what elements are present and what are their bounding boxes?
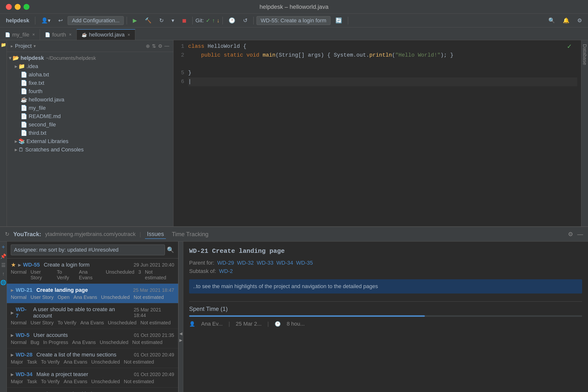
project-add-icon[interactable]: ⊕ xyxy=(146,43,150,49)
tree-item-scratches[interactable]: ▸ 🗒 Scratches and Consoles xyxy=(7,146,173,154)
editor-panel: 1 2 5 6 class HelloWorld { public static… xyxy=(174,40,581,226)
expand-icon-wd55[interactable]: ▸ xyxy=(18,262,21,268)
run-icon[interactable]: ▶ xyxy=(130,16,140,25)
project-settings-icon[interactable]: ⚙ xyxy=(158,43,162,49)
tree-item-second[interactable]: 📄 second_file xyxy=(7,120,173,129)
tab-helloworld-close-icon[interactable]: × xyxy=(128,32,130,38)
minimize-button[interactable] xyxy=(15,4,20,10)
tree-item-readme[interactable]: 📄 README.md xyxy=(7,112,173,120)
toolbar-icon-back[interactable]: ↩ xyxy=(55,16,66,25)
user-avatar-icon: 👤 xyxy=(189,321,195,327)
spent-sep-1: | xyxy=(228,321,230,327)
tree-item-third[interactable]: 📄 third.txt xyxy=(7,129,173,137)
history-icon[interactable]: 🕐 xyxy=(226,16,238,25)
expand-icon-wd28[interactable]: ▸ xyxy=(11,351,14,358)
git-arrow-down-icon: ↓ xyxy=(217,18,220,24)
youtrack-tab-time[interactable]: Time Tracking xyxy=(170,230,210,239)
subtask-link-wd2[interactable]: WD-2 xyxy=(219,268,233,274)
toolbar-project-name[interactable]: helpdesk xyxy=(3,16,32,25)
youtrack-settings-icon[interactable]: ⚙ xyxy=(568,231,573,238)
tree-item-fixe[interactable]: 📄 fixe.txt xyxy=(7,79,173,87)
tab-my-file-icon: 📄 xyxy=(5,32,10,38)
issue-item-wd7[interactable]: ▸ WD-7 A user should be able to create a… xyxy=(7,303,178,329)
reload-icon[interactable]: ↻ xyxy=(156,16,166,25)
expand-icon-wd34[interactable]: ▸ xyxy=(11,371,14,378)
tree-item-myfile[interactable]: 📄 my_file xyxy=(7,104,173,112)
issue-header-wd34: ▸ WD-34 Make a project teaser xyxy=(11,371,88,378)
tree-item-idea[interactable]: ▸ 📁 .idea xyxy=(7,62,173,70)
project-sort-icon[interactable]: ⇅ xyxy=(152,43,156,49)
issue-meta-wd34: Major Task To Verify Ana Evans Unschedul… xyxy=(11,379,174,384)
tab-fourth-close-icon[interactable]: × xyxy=(69,32,72,37)
issue-title-wd34: Make a project teaser xyxy=(36,371,88,378)
issue-item-wd21[interactable]: ▸ WD-21 Create landing page 25 Mar 2021 … xyxy=(7,284,178,303)
tab-helloworld[interactable]: ☕ helloworld.java × xyxy=(77,29,135,40)
yt-upload-icon[interactable]: ↑ xyxy=(2,271,5,276)
parent-link-wd35[interactable]: WD-35 xyxy=(296,260,313,266)
tree-item-aloha[interactable]: 📄 aloha.txt xyxy=(7,70,173,79)
expand-icon-wd21[interactable]: ▸ xyxy=(11,287,14,294)
tree-item-root[interactable]: ▾ 📂 helpdesk ~/Documents/helpdesk xyxy=(7,54,173,62)
search-icon[interactable]: 🔍 xyxy=(545,16,558,25)
tab-fourth[interactable]: 📄 fourth × xyxy=(40,29,77,40)
add-configuration-button[interactable]: Add Configuration... xyxy=(68,16,124,25)
star-icon-wd55[interactable]: ★ xyxy=(11,262,16,268)
issue-item-wd13[interactable]: ▸ WD-13 Mask passwords with dots 01 Oct … xyxy=(7,388,178,392)
search-input[interactable] xyxy=(11,244,165,255)
parent-link-wd34[interactable]: WD-34 xyxy=(276,260,293,266)
yt-pin-icon[interactable]: 📌 xyxy=(0,253,6,259)
issue-header-wd7: ▸ WD-7 A user should be able to create a… xyxy=(11,306,134,319)
project-dropdown-icon[interactable]: ▾ xyxy=(34,43,36,49)
yt-globe-icon[interactable]: 🌐 xyxy=(0,280,6,286)
tree-item-helloworld[interactable]: ☕ helloworld.java xyxy=(7,96,173,104)
youtrack-minimize-icon[interactable]: — xyxy=(577,231,583,238)
spent-date: 25 Mar 2... xyxy=(236,321,262,327)
search-button[interactable]: 🔍 xyxy=(167,246,174,253)
code-line-2: public static void main(String[] args) {… xyxy=(188,51,577,60)
toolbar-icon-person[interactable]: 👤▾ xyxy=(38,16,54,25)
type-wd28: Task xyxy=(27,359,37,365)
youtrack-collapse-btn[interactable]: ◀ ▶ xyxy=(178,242,183,392)
spent-sep-2: | xyxy=(268,321,269,327)
code-content[interactable]: class HelloWorld { public static void ma… xyxy=(188,42,581,224)
tab-my-file[interactable]: 📄 my_file × xyxy=(0,29,40,40)
yt-list-icon[interactable]: ☰ xyxy=(1,262,6,268)
project-minimize-icon[interactable]: — xyxy=(164,43,169,49)
expand-icon-wd5[interactable]: ▸ xyxy=(11,332,14,338)
git-label: Git: xyxy=(196,18,204,24)
issue-item-wd5[interactable]: ▸ WD-5 User accounts 01 Oct 2020 21:35 N… xyxy=(7,329,178,348)
settings-icon[interactable]: ⚙ xyxy=(574,16,585,25)
close-button[interactable] xyxy=(6,4,12,10)
tree-item-fourth[interactable]: 📄 fourth xyxy=(7,87,173,96)
youtrack-header: ↻ YouTrack: ytadmineng.myjetbrains.com/y… xyxy=(0,227,588,242)
tab-my-file-label: my_file xyxy=(12,32,30,38)
more-run-icon[interactable]: ▾ xyxy=(168,16,177,25)
parent-link-wd32[interactable]: WD-32 xyxy=(237,260,254,266)
tree-item-ext-libs[interactable]: ▸ 📚 External Libraries xyxy=(7,137,173,146)
expand-icon-wd7[interactable]: ▸ xyxy=(11,309,14,316)
revert-icon[interactable]: ↺ xyxy=(240,16,250,25)
parent-link-wd29[interactable]: WD-29 xyxy=(217,260,234,266)
issue-item-wd34[interactable]: ▸ WD-34 Make a project teaser 01 Oct 202… xyxy=(7,368,178,388)
db-label[interactable]: Database xyxy=(582,44,588,65)
youtrack-label: YouTrack: xyxy=(13,231,41,238)
issue-id-wd7: WD-7 xyxy=(16,306,29,319)
tab-my-file-close-icon[interactable]: × xyxy=(32,32,35,37)
project-icon[interactable]: 📁 xyxy=(1,42,6,48)
youtrack-tab-issues[interactable]: Issues xyxy=(145,230,166,239)
branch-button[interactable]: WD-55: Create a login form xyxy=(256,16,330,25)
detail-title: WD-21 Create landing page xyxy=(189,248,582,255)
maximize-button[interactable] xyxy=(24,4,30,10)
issue-header-wd13: ▸ WD-13 Mask passwords with dots xyxy=(11,390,99,392)
folder-expand-icon[interactable]: ▸ xyxy=(11,43,13,49)
refresh-vcs-icon[interactable]: 🔄 xyxy=(332,16,345,25)
youtrack-refresh-icon[interactable]: ↻ xyxy=(5,231,9,238)
issue-item-wd28[interactable]: ▸ WD-28 Create a list of the menu sectio… xyxy=(7,348,178,368)
expand-icon-wd13[interactable]: ▸ xyxy=(11,390,14,392)
stop-icon[interactable]: ◼ xyxy=(179,16,190,25)
build-icon[interactable]: 🔨 xyxy=(142,16,154,25)
parent-link-wd33[interactable]: WD-33 xyxy=(257,260,274,266)
issue-item-wd55[interactable]: ★ ▸ WD-55 Create a login form 29 Jun 202… xyxy=(7,258,178,284)
yt-add-icon[interactable]: + xyxy=(2,244,5,250)
notification-icon[interactable]: 🔔 xyxy=(560,16,572,25)
